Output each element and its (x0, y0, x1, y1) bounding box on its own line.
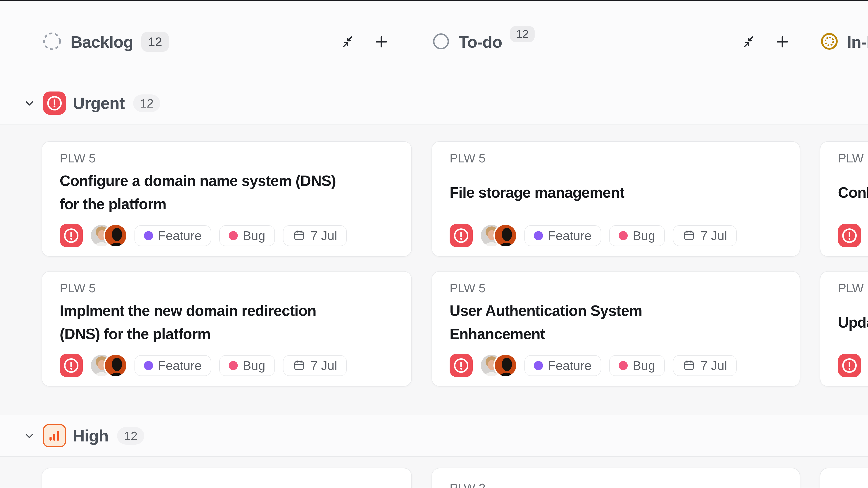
issue-card[interactable]: PLW 5 User Authentication System Enhance… (432, 271, 800, 387)
label-badge-bug: Bug (609, 355, 665, 376)
label-badge-feature: Feature (134, 355, 211, 376)
issue-card[interactable]: PLW Updand (820, 271, 868, 387)
avatar (105, 225, 126, 246)
due-date-label: 7 Jul (701, 228, 727, 243)
due-date-badge: 7 Jul (673, 355, 737, 376)
urgent-priority-badge (60, 224, 83, 247)
swimlane-title-high: High (73, 426, 108, 445)
issue-card[interactable]: PLW 5 Configure a domain name system (DN… (41, 141, 412, 257)
avatar-group (91, 225, 126, 246)
due-date-label: 7 Jul (311, 228, 337, 243)
issue-id: PLW 5 (60, 280, 394, 296)
swimlane-header-urgent: Urgent 12 (0, 83, 868, 125)
issue-id: PLW 5 (450, 280, 782, 296)
feature-dot (144, 361, 153, 370)
label-badge-bug: Bug (609, 225, 665, 246)
issue-id: PLW 5 (450, 150, 782, 166)
collapse-swimlane-button[interactable] (23, 429, 36, 443)
calendar-icon (682, 359, 695, 372)
due-date-badge: 7 Jul (283, 225, 347, 246)
issue-id: PLW 2 (450, 480, 782, 488)
add-issue-button[interactable] (373, 34, 389, 50)
issue-card[interactable]: PLW ConPref (820, 141, 868, 257)
urgent-priority-badge (60, 354, 83, 377)
bug-dot (619, 361, 628, 370)
feature-dot (534, 361, 543, 370)
due-date-badge: 7 Jul (673, 225, 737, 246)
label-badge-bug: Bug (219, 355, 275, 376)
avatar-group (481, 355, 516, 376)
feature-label: Feature (158, 228, 202, 243)
avatar-group (91, 355, 126, 376)
issue-title: User Authentication System Enhancement (450, 299, 782, 346)
issue-card[interactable]: PLW (820, 468, 868, 488)
bug-label: Bug (633, 358, 655, 373)
issue-card[interactable]: PLW 2 (432, 468, 800, 488)
bug-label: Bug (633, 228, 655, 243)
add-issue-button[interactable] (774, 34, 790, 50)
column-title-backlog: Backlog (70, 33, 133, 51)
due-date-label: 7 Jul (701, 358, 727, 373)
board-column-headers: Backlog 12 To-do 12 In-Progress (0, 1, 868, 83)
high-priority-icon (43, 424, 66, 447)
column-header-in-progress: In-Progress (820, 32, 868, 52)
issue-title: File storage management (450, 169, 782, 216)
issue-title: Implment the new domain redirection (DNS… (60, 299, 394, 346)
todo-status-icon (432, 32, 451, 52)
label-badge-feature: Feature (134, 225, 211, 246)
issue-id: PLW (838, 484, 868, 488)
issue-card[interactable]: PLW 5 File storage management Feature Bu… (432, 141, 800, 257)
swimlane-header-high: High 12 (0, 415, 868, 457)
calendar-icon (682, 229, 695, 242)
swimlane-title-urgent: Urgent (73, 94, 125, 112)
urgent-priority-icon (43, 92, 66, 115)
avatar (105, 355, 126, 376)
issue-id: PLW (838, 150, 868, 166)
column-header-todo: To-do 12 (432, 32, 800, 52)
urgent-priority-badge (838, 354, 861, 377)
feature-label: Feature (158, 358, 202, 373)
bug-label: Bug (243, 358, 266, 373)
calendar-icon (292, 359, 306, 372)
feature-label: Feature (548, 228, 592, 243)
bug-label: Bug (243, 228, 266, 243)
bug-dot (229, 361, 238, 370)
column-title-in-progress: In-Progress (847, 33, 868, 51)
swimlane-body-urgent: PLW 5 Configure a domain name system (DN… (0, 125, 868, 415)
issue-id: PLW 1 (60, 484, 394, 488)
label-badge-feature: Feature (524, 355, 601, 376)
avatar (495, 355, 516, 376)
swimlane-count-badge: 12 (117, 427, 144, 445)
issue-card[interactable]: PLW 1 (41, 468, 412, 488)
label-badge-bug: Bug (219, 225, 275, 246)
column-count-badge: 12 (141, 32, 169, 52)
issue-id: PLW 5 (60, 150, 394, 166)
urgent-priority-badge (838, 224, 861, 247)
column-count-badge: 12 (510, 26, 535, 42)
calendar-icon (292, 229, 306, 242)
backlog-status-icon (41, 31, 62, 53)
bug-dot (619, 231, 628, 240)
avatar-group (481, 225, 516, 246)
due-date-label: 7 Jul (311, 358, 337, 373)
swimlane-body-high: PLW 1 PLW 2 PLW (0, 457, 868, 488)
collapse-swimlane-button[interactable] (23, 96, 36, 110)
collapse-column-button[interactable] (341, 34, 356, 49)
urgent-priority-badge (450, 354, 473, 377)
issue-title: Configure a domain name system (DNS) for… (60, 169, 394, 216)
swimlane-count-badge: 12 (133, 94, 160, 112)
avatar (495, 225, 516, 246)
column-title-todo: To-do (459, 33, 502, 51)
collapse-column-button[interactable] (742, 34, 757, 49)
column-header-backlog: Backlog 12 (41, 31, 412, 53)
label-badge-feature: Feature (524, 225, 601, 246)
feature-dot (144, 231, 153, 240)
issue-title: Updand (838, 299, 868, 346)
issue-id: PLW (838, 280, 868, 296)
urgent-priority-badge (450, 224, 473, 247)
bug-dot (229, 231, 238, 240)
issue-card[interactable]: PLW 5 Implment the new domain redirectio… (41, 271, 412, 387)
feature-dot (534, 231, 543, 240)
due-date-badge: 7 Jul (283, 355, 347, 376)
feature-label: Feature (548, 358, 592, 373)
